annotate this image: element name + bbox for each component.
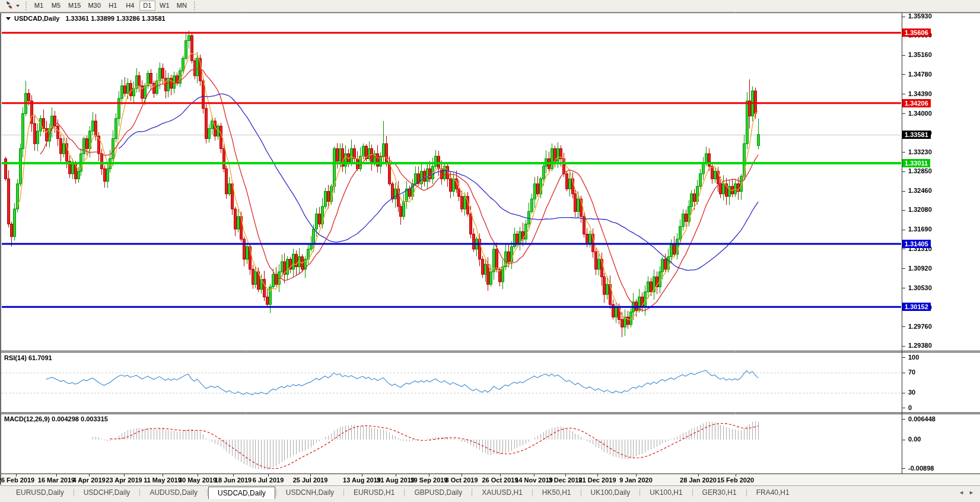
tab-ger30-h1[interactable]: GER30,H1 xyxy=(693,486,746,499)
price-tick-label: 1.34390 xyxy=(908,90,932,97)
timeframe-button-m1[interactable]: M1 xyxy=(31,1,47,11)
tab-separator xyxy=(581,489,581,496)
tab-eurusd-h1[interactable]: EURUSD,H1 xyxy=(345,486,403,499)
tab-usdchf-daily[interactable]: USDCHF,Daily xyxy=(75,486,139,499)
tab-separator xyxy=(746,489,747,496)
timeframe-button-d1[interactable]: D1 xyxy=(139,1,155,11)
chevron-down-icon xyxy=(16,5,20,7)
date-tick-label: 4 Apr 2019 xyxy=(72,476,105,484)
trading-terminal-window: M1M5M15M30H1H4D1W1MN USDCAD,Daily 1.3336… xyxy=(0,0,980,502)
tab-separator xyxy=(207,489,208,496)
date-tick-label: 19 Sep 2019 xyxy=(411,476,448,484)
date-tick-label: 18 Jun 2019 xyxy=(215,476,252,484)
tab-separator xyxy=(276,489,276,496)
chart-ohlc-values: 1.33361 1.33899 1.33286 1.33581 xyxy=(65,15,165,22)
tab-uk100-daily[interactable]: UK100,Daily xyxy=(582,486,639,499)
timeframe-button-mn[interactable]: MN xyxy=(174,1,190,11)
chart-canvas[interactable] xyxy=(0,0,980,502)
date-tick-label: 25 Jul 2019 xyxy=(293,476,328,484)
candles-periods-icon xyxy=(5,1,14,11)
tab-scroll-left-icon[interactable]: ◄ xyxy=(959,490,964,495)
chart-tab-bar: EURUSD,DailyUSDCHF,DailyAUDUSD,DailyUSDC… xyxy=(0,485,980,499)
price-tick-label: 1.35160 xyxy=(908,51,932,58)
tab-separator xyxy=(404,489,405,496)
price-tick-label: 1.33230 xyxy=(908,148,932,155)
tab-fra40-h1[interactable]: FRA40,H1 xyxy=(747,486,798,499)
price-tick-label: 1.32460 xyxy=(908,187,932,194)
chart-title: USDCAD,Daily 1.33361 1.33899 1.33286 1.3… xyxy=(6,15,166,22)
price-tick-label: 1.32850 xyxy=(908,167,932,174)
timeframe-button-h4[interactable]: H4 xyxy=(122,1,138,11)
tab-gbpusd-daily[interactable]: GBPUSD,Daily xyxy=(405,486,471,499)
timeframe-button-m15[interactable]: M15 xyxy=(65,1,84,11)
price-tick-label: 1.34000 xyxy=(908,110,932,117)
price-tick-label: 1.30920 xyxy=(908,265,932,272)
date-tick-label: 31 Aug 2019 xyxy=(377,476,415,484)
macd-tick-label: 0.00 xyxy=(908,436,921,443)
tab-separator xyxy=(472,489,472,496)
date-tick-label: 28 Jan 2020 xyxy=(680,476,717,484)
price-tick-label: 1.31690 xyxy=(908,225,932,233)
tab-separator xyxy=(343,489,344,496)
price-tick-label: 1.29380 xyxy=(908,342,932,349)
date-tick-label: 26 Oct 2019 xyxy=(482,476,518,484)
tab-separator xyxy=(692,489,693,496)
date-tick-label: 9 Jan 2020 xyxy=(619,476,653,484)
chart-type-button[interactable] xyxy=(2,1,22,11)
chart-tabs: EURUSD,DailyUSDCHF,DailyAUDUSD,DailyUSDC… xyxy=(0,486,953,499)
price-line-badge: 1.34206 xyxy=(902,99,931,107)
tab-separator xyxy=(74,489,74,496)
date-tick-label: 26 Feb 2019 xyxy=(0,476,34,484)
tab-eurusd-daily[interactable]: EURUSD,Daily xyxy=(7,486,73,499)
date-tick-label: 3 Dec 2019 xyxy=(549,476,583,484)
date-tick-label: 8 Oct 2019 xyxy=(445,476,478,484)
toolbar-grip[interactable] xyxy=(26,2,27,10)
tab-uk100-h1[interactable]: UK100,H1 xyxy=(641,486,691,499)
status-strip xyxy=(0,499,980,502)
timeframe-button-m5[interactable]: M5 xyxy=(48,1,64,11)
tab-usdcnh-daily[interactable]: USDCNH,Daily xyxy=(277,486,343,499)
price-tick-label: 1.29760 xyxy=(908,323,932,330)
chart-symbol-period: USDCAD,Daily xyxy=(14,15,59,22)
tab-usdcad-daily[interactable]: USDCAD,Daily xyxy=(208,487,275,499)
date-tick-label: 6 Jul 2019 xyxy=(253,476,284,484)
tab-xauusd-h1[interactable]: XAUUSD,H1 xyxy=(473,486,532,499)
tab-audusd-daily[interactable]: AUDUSD,Daily xyxy=(141,486,206,499)
timeframes-toolbar: M1M5M15M30H1H4D1W1MN xyxy=(0,0,980,12)
rsi-tick-label: 100 xyxy=(908,354,919,361)
date-tick-label: 14 Nov 2019 xyxy=(515,476,553,484)
symbol-dropdown-icon[interactable] xyxy=(6,17,11,20)
price-tick-label: 1.35930 xyxy=(908,12,932,20)
toolbar-grip-end[interactable] xyxy=(194,2,195,10)
price-line-badge: 1.35606 xyxy=(902,28,931,37)
price-tick-label: 1.34780 xyxy=(908,71,932,78)
tab-scroll-arrows: ◄ ► xyxy=(953,486,980,499)
date-tick-label: 13 Aug 2019 xyxy=(343,476,381,484)
tab-separator xyxy=(639,489,640,496)
date-tick-label: 21 Dec 2019 xyxy=(579,476,616,484)
rsi-tick-label: 70 xyxy=(908,368,915,376)
timeframe-button-h1[interactable]: H1 xyxy=(105,1,121,11)
date-tick-label: 30 May 2019 xyxy=(179,476,217,484)
tab-hk50-h1[interactable]: HK50,H1 xyxy=(533,486,580,499)
price-line-badge: 1.33011 xyxy=(902,159,930,167)
date-tick-label: 11 May 2019 xyxy=(144,476,182,484)
macd-label: MACD(12,26,9) 0.004298 0.003315 xyxy=(4,415,108,422)
tab-scroll-right-icon[interactable]: ► xyxy=(969,490,974,495)
price-tick-label: 1.30530 xyxy=(908,284,932,291)
macd-tick-label: -0.00898 xyxy=(908,465,934,472)
timeframe-button-w1[interactable]: W1 xyxy=(157,1,173,11)
date-tick-label: 16 Mar 2019 xyxy=(38,476,75,484)
price-line-badge: 1.30152 xyxy=(902,303,931,311)
date-tick-label: 23 Apr 2019 xyxy=(106,476,142,484)
rsi-tick-label: 0 xyxy=(908,404,912,411)
price-line-badge: 1.31405 xyxy=(902,240,931,248)
timeframe-button-m30[interactable]: M30 xyxy=(85,1,103,11)
rsi-tick-label: 30 xyxy=(908,389,915,396)
tab-separator xyxy=(532,489,533,496)
date-tick-label: 15 Feb 2020 xyxy=(717,476,754,484)
timeframe-buttons: M1M5M15M30H1H4D1W1MN xyxy=(30,1,190,11)
rsi-label: RSI(14) 61.7091 xyxy=(4,354,52,361)
macd-tick-label: 0.006448 xyxy=(908,415,936,422)
price-tick-label: 1.32080 xyxy=(908,206,932,213)
